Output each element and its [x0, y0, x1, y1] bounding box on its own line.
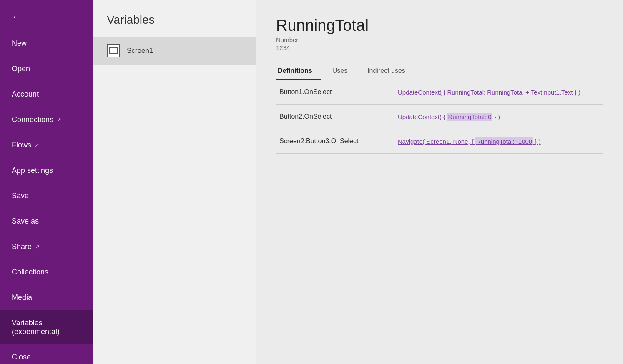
sidebar-item-label: Open	[12, 65, 30, 73]
sidebar-item-save-as[interactable]: Save as	[0, 209, 93, 234]
sidebar-item-label: Connections	[12, 115, 53, 124]
tab-definitions[interactable]: Definitions	[276, 63, 321, 80]
sidebar-nav: New Open Account Connections ↗ Flows ↗ A…	[0, 31, 93, 364]
variable-name: RunningTotal	[276, 17, 603, 35]
middle-panel: Variables Screen1	[93, 0, 256, 364]
sidebar-item-label: Account	[12, 90, 39, 99]
sidebar-item-label: Collections	[12, 268, 48, 277]
tabs: Definitions Uses Indirect uses	[276, 63, 603, 80]
table-row: Button2.OnSelect UpdateContext( { Runnin…	[276, 105, 603, 129]
screen-icon	[107, 44, 120, 57]
def-formula[interactable]: UpdateContext( { RunningTotal: 0 } )	[398, 113, 500, 120]
sidebar-item-label: App settings	[12, 166, 53, 175]
screen-label: Screen1	[127, 47, 153, 55]
def-formula[interactable]: UpdateContext( { RunningTotal: RunningTo…	[398, 89, 580, 96]
sidebar-item-label: Flows	[12, 141, 31, 150]
highlight-span: RunningTotal: 0	[447, 113, 492, 121]
screen-icon-inner	[109, 47, 118, 54]
back-button[interactable]: ←	[0, 0, 93, 31]
table-row: Button1.OnSelect UpdateContext( { Runnin…	[276, 80, 603, 105]
sidebar-item-account[interactable]: Account	[0, 82, 93, 107]
sidebar-item-save[interactable]: Save	[0, 183, 93, 209]
sidebar-item-app-settings[interactable]: App settings	[0, 158, 93, 183]
external-link-icon: ↗	[35, 142, 39, 148]
sidebar-item-label: Share	[12, 242, 32, 251]
def-formula[interactable]: Navigate( Screen1, None, { RunningTotal:…	[398, 138, 541, 145]
sidebar-item-label: Variables (experimental)	[12, 319, 82, 336]
sidebar-item-close[interactable]: Close	[0, 344, 93, 364]
sidebar-item-open[interactable]: Open	[0, 56, 93, 82]
sidebar-item-label: Media	[12, 293, 32, 302]
table-row: Screen2.Button3.OnSelect Navigate( Scree…	[276, 129, 603, 154]
highlight-span: RunningTotal: -1000	[475, 137, 533, 145]
screen-list: Screen1	[93, 37, 256, 65]
sidebar-item-label: Save	[12, 192, 29, 200]
sidebar-item-variables[interactable]: Variables (experimental)	[0, 310, 93, 344]
tab-uses[interactable]: Uses	[331, 63, 356, 80]
sidebar-item-flows[interactable]: Flows ↗	[0, 132, 93, 158]
sidebar-item-label: Save as	[12, 217, 39, 226]
def-property: Screen2.Button3.OnSelect	[279, 137, 388, 145]
sidebar-item-connections[interactable]: Connections ↗	[0, 107, 93, 132]
middle-header: Variables	[93, 0, 256, 37]
def-property: Button2.OnSelect	[279, 113, 388, 120]
sidebar-item-share[interactable]: Share ↗	[0, 234, 93, 259]
back-arrow-icon: ←	[12, 12, 21, 22]
variable-type: Number	[276, 36, 603, 43]
sidebar-item-new[interactable]: New	[0, 31, 93, 56]
tab-indirect-uses[interactable]: Indirect uses	[366, 63, 414, 80]
sidebar-item-collections[interactable]: Collections	[0, 259, 93, 285]
external-link-icon: ↗	[35, 244, 40, 250]
panel-title: Variables	[107, 13, 242, 27]
sidebar-item-label: New	[12, 39, 27, 48]
main-content: RunningTotal Number 1234 Definitions Use…	[256, 0, 623, 364]
sidebar-item-media[interactable]: Media	[0, 285, 93, 310]
def-property: Button1.OnSelect	[279, 88, 388, 96]
variable-value: 1234	[276, 44, 603, 51]
definitions-table: Button1.OnSelect UpdateContext( { Runnin…	[276, 80, 603, 154]
external-link-icon: ↗	[57, 117, 61, 123]
sidebar-item-label: Close	[12, 353, 31, 362]
sidebar: ← New Open Account Connections ↗ Flows ↗…	[0, 0, 93, 364]
screen-item[interactable]: Screen1	[93, 37, 256, 65]
